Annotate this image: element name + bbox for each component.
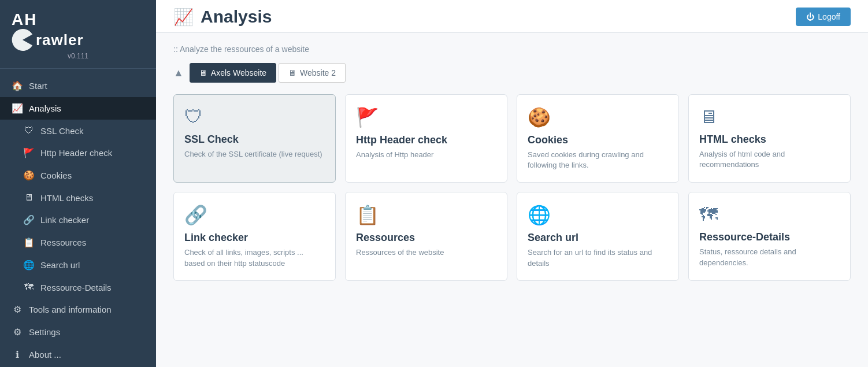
sidebar-label-analysis: Analysis (29, 103, 61, 113)
card-desc-http-header-check: Analysis of Http header (356, 150, 496, 160)
card-icon-cookies: 🍪 (528, 106, 668, 128)
content-area: :: Analyze the ressources of a website ▲… (156, 33, 868, 367)
logo-pac: rawler (12, 29, 144, 51)
tab-label-website2: Website 2 (300, 68, 336, 77)
sidebar-nav: 🏠Start📈Analysis🛡SSL Check🚩Http Header ch… (0, 69, 156, 367)
search-url-icon: 🌐 (23, 260, 35, 270)
tab-website2[interactable]: 🖥Website 2 (279, 63, 346, 83)
sidebar-label-tools: Tools and information (29, 305, 112, 314)
sidebar-item-ssl-check[interactable]: 🛡SSL Check (0, 120, 156, 142)
card-desc-search-url: Search for an url to find its status and… (528, 247, 668, 268)
sidebar-label-cookies: Cookies (40, 170, 72, 180)
topbar: 📈 Analysis ⏻ Logoff (156, 0, 868, 33)
cookies-icon: 🍪 (23, 170, 35, 181)
main-content: 📈 Analysis ⏻ Logoff :: Analyze the resso… (156, 0, 868, 367)
card-desc-ressources: Ressources of the website (356, 247, 496, 258)
sidebar-item-link-checker[interactable]: 🔗Link checker (0, 209, 156, 231)
card-icon-ssl-check: 🛡 (184, 106, 325, 128)
card-icon-link-checker: 🔗 (184, 204, 325, 226)
start-icon: 🏠 (12, 80, 23, 91)
card-ressources[interactable]: 📋 Ressources Ressources of the website (345, 192, 507, 280)
card-icon-http-header-check: 🚩 (356, 106, 496, 128)
sidebar-label-http-header: Http Header check (40, 148, 112, 158)
card-icon-search-url: 🌐 (528, 204, 668, 226)
card-desc-cookies: Saved cookies during crawling and follow… (528, 150, 668, 170)
analysis-title-icon: 📈 (173, 8, 194, 27)
sidebar-label-settings: Settings (29, 327, 60, 337)
sidebar: AH rawler v0.111 🏠Start📈Analysis🛡SSL Che… (0, 0, 156, 367)
html-checks-icon: 🖥 (23, 192, 35, 203)
card-desc-html-checks: Analysis of html code and recommendation… (699, 149, 840, 170)
card-title-ressource-details: Ressource-Details (699, 231, 840, 243)
card-title-ressources: Ressources (356, 232, 496, 244)
sidebar-item-html-checks[interactable]: 🖥HTML checks (0, 187, 156, 209)
sidebar-label-html-checks: HTML checks (40, 193, 93, 203)
sidebar-label-ssl-check: SSL Check (40, 126, 83, 136)
ressources-icon: 📋 (23, 237, 35, 248)
logo-top: AH (12, 10, 144, 29)
sidebar-item-ressource-details[interactable]: 🗺Ressource-Details (0, 276, 156, 298)
card-html-checks[interactable]: 🖥 HTML checks Analysis of html code and … (688, 94, 851, 183)
sidebar-label-search-url: Search url (40, 260, 80, 270)
card-title-ssl-check: SSL Check (184, 134, 325, 146)
sidebar-item-tools[interactable]: ⚙Tools and information (0, 298, 156, 321)
logo-version: v0.111 (12, 52, 144, 60)
settings-icon: ⚙ (12, 327, 23, 338)
card-title-http-header-check: Http Header check (356, 134, 496, 146)
analysis-icon: 📈 (12, 103, 23, 114)
sidebar-logo: AH rawler v0.111 (0, 0, 156, 69)
card-icon-ressource-details: 🗺 (699, 204, 840, 225)
card-title-search-url: Search url (528, 232, 668, 244)
card-desc-link-checker: Check of all links, images, scripts ... … (184, 247, 325, 268)
tab-label-axels: Axels Webseite (211, 68, 266, 77)
power-icon: ⏻ (806, 12, 814, 21)
sidebar-item-http-header[interactable]: 🚩Http Header check (0, 142, 156, 164)
card-ssl-check[interactable]: 🛡 SSL Check Check of the SSL certificate… (173, 94, 336, 183)
page-title-area: 📈 Analysis (173, 7, 272, 27)
sidebar-label-about: About ... (29, 350, 61, 359)
card-title-html-checks: HTML checks (699, 134, 840, 146)
pac-icon (12, 29, 34, 51)
tab-icon-axels: 🖥 (199, 68, 207, 77)
about-icon: ℹ (12, 349, 23, 360)
http-header-icon: 🚩 (23, 147, 35, 158)
logoff-label: Logoff (818, 12, 840, 21)
card-http-header-check[interactable]: 🚩 Http Header check Analysis of Http hea… (345, 94, 507, 183)
up-arrow-icon[interactable]: ▲ (173, 67, 184, 79)
sidebar-label-link-checker: Link checker (40, 215, 89, 225)
ressource-details-icon: 🗺 (23, 282, 35, 292)
cards-grid: 🛡 SSL Check Check of the SSL certificate… (173, 94, 851, 281)
card-icon-html-checks: 🖥 (699, 106, 840, 128)
card-ressource-details[interactable]: 🗺 Ressource-Details Status, ressource de… (688, 192, 851, 280)
logo-text: rawler (36, 31, 84, 49)
tab-axels[interactable]: 🖥Axels Webseite (190, 63, 276, 83)
sidebar-item-cookies[interactable]: 🍪Cookies (0, 164, 156, 187)
tab-bar: ▲ 🖥Axels Webseite🖥Website 2 (173, 63, 851, 83)
sidebar-label-ressource-details: Ressource-Details (40, 283, 112, 292)
tools-icon: ⚙ (12, 304, 23, 315)
card-cookies[interactable]: 🍪 Cookies Saved cookies during crawling … (517, 94, 679, 183)
link-checker-icon: 🔗 (23, 214, 35, 225)
card-title-link-checker: Link checker (184, 232, 325, 244)
card-icon-ressources: 📋 (356, 204, 496, 226)
card-search-url[interactable]: 🌐 Search url Search for an url to find i… (517, 192, 679, 280)
card-desc-ressource-details: Status, ressource details and dependenci… (699, 247, 840, 268)
sidebar-item-about[interactable]: ℹAbout ... (0, 343, 156, 366)
sidebar-label-start: Start (29, 81, 47, 91)
sidebar-item-ressources[interactable]: 📋Ressources (0, 231, 156, 254)
sidebar-item-start[interactable]: 🏠Start (0, 75, 156, 97)
page-subtitle: :: Analyze the ressources of a website (173, 45, 851, 54)
card-title-cookies: Cookies (528, 134, 668, 146)
sidebar-item-search-url[interactable]: 🌐Search url (0, 254, 156, 276)
sidebar-item-settings[interactable]: ⚙Settings (0, 321, 156, 343)
card-link-checker[interactable]: 🔗 Link checker Check of all links, image… (173, 192, 336, 280)
ssl-check-icon: 🛡 (23, 125, 35, 136)
tab-icon-website2: 🖥 (288, 68, 296, 77)
card-desc-ssl-check: Check of the SSL certificate (live reque… (184, 149, 325, 160)
page-title: Analysis (201, 7, 272, 27)
sidebar-label-ressources: Ressources (40, 238, 86, 247)
logoff-button[interactable]: ⏻ Logoff (796, 8, 851, 26)
sidebar-item-analysis[interactable]: 📈Analysis (0, 97, 156, 120)
